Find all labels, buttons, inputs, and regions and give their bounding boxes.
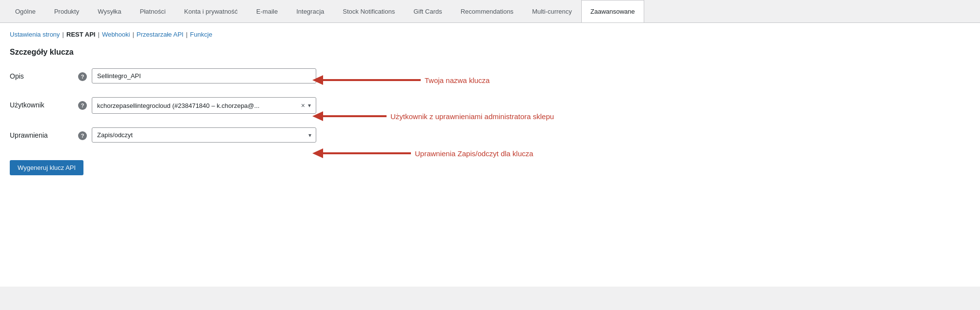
tab-zaawansowane[interactable]: Zaawansowane (581, 0, 644, 23)
help-icon-uprawnienia[interactable]: ? (78, 131, 87, 140)
tab-multicurrency[interactable]: Multi-currency (523, 0, 581, 23)
input-wrap-opis (92, 68, 316, 83)
user-select[interactable]: kchorzepasellintegrocloud (#238471840 – … (92, 97, 316, 114)
sub-nav: Ustawienia strony | REST API | Webhooki … (10, 31, 970, 38)
help-uzytkownik: ? (78, 97, 92, 110)
label-uzytkownik: Użytkownik (10, 97, 78, 109)
help-icon-uzytkownik[interactable]: ? (78, 101, 87, 110)
label-opis: Opis (10, 68, 78, 80)
sub-nav-separator: | (62, 31, 64, 38)
sub-nav-item-restapi: REST API (66, 31, 95, 38)
tab-emaile[interactable]: E-maile (247, 0, 287, 23)
arrow-head-uzytkownik (312, 111, 323, 121)
user-select-arrow-icon: ▾ (308, 102, 311, 109)
annotation-uprawnienia: Uprawnienia Zapis/odczyt dla klucza (312, 148, 533, 158)
sub-nav-item-przestarzale[interactable]: Przestarzałe API (137, 31, 184, 38)
form-row-uprawnienia: Uprawnienia ? Zapis/odczytTylko odczytTy… (10, 127, 970, 143)
button-area: Wygeneruj klucz API (10, 156, 970, 175)
help-opis: ? (78, 68, 92, 81)
sub-nav-separator: | (98, 31, 99, 38)
annotation-text-uzytkownik: Użytkownik z uprawnieniami administrator… (390, 112, 554, 121)
sub-nav-item-ustawienia[interactable]: Ustawienia strony (10, 31, 60, 38)
form-row-uzytkownik: Użytkownik ? kchorzepasellintegrocloud (… (10, 97, 970, 114)
annotation-opis: Twoja nazwa klucza (312, 75, 490, 85)
form-row-opis: Opis ? Twoja nazwa klucza (10, 68, 970, 83)
tab-integracja[interactable]: Integracja (287, 0, 333, 23)
tab-produkty[interactable]: Produkty (45, 0, 88, 23)
tab-platnosci[interactable]: Płatności (131, 0, 175, 23)
user-select-clear[interactable]: × (301, 102, 305, 109)
help-uprawnienia: ? (78, 127, 92, 140)
annotation-text-opis: Twoja nazwa klucza (425, 76, 490, 84)
sub-nav-separator: | (132, 31, 134, 38)
page-content: Ustawienia strony | REST API | Webhooki … (0, 23, 980, 287)
tab-wysylka[interactable]: Wysyłka (88, 0, 130, 23)
generate-api-key-button[interactable]: Wygeneruj klucz API (10, 160, 83, 175)
tab-recommendations[interactable]: Recommendations (451, 0, 523, 23)
tab-giftcards[interactable]: Gift Cards (404, 0, 451, 23)
tab-konta[interactable]: Konta i prywatność (175, 0, 247, 23)
tab-stock[interactable]: Stock Notifications (333, 0, 404, 23)
select-uprawnienia[interactable]: Zapis/odczytTylko odczytTylko zapis (92, 127, 316, 143)
arrow-head-opis (312, 75, 323, 85)
arrow-body-opis (323, 79, 421, 81)
sub-nav-item-webhooki[interactable]: Webhooki (102, 31, 130, 38)
user-select-text: kchorzepasellintegrocloud (#238471840 – … (97, 102, 301, 109)
arrow-body-uzytkownik (323, 115, 387, 117)
arrow-head-uprawnienia (312, 148, 323, 158)
select-wrapper-uprawnienia: Zapis/odczytTylko odczytTylko zapis ▾ (92, 127, 316, 143)
tab-ogolne[interactable]: Ogólne (6, 0, 45, 23)
sub-nav-item-funkcje[interactable]: Funkcje (190, 31, 212, 38)
section-title: Szczegóły klucza (10, 48, 970, 57)
form-area: Opis ? Twoja nazwa klucza Użytkownik ? (10, 68, 970, 143)
input-wrap-uzytkownik: kchorzepasellintegrocloud (#238471840 – … (92, 97, 316, 114)
help-icon-opis[interactable]: ? (78, 72, 87, 81)
input-opis[interactable] (92, 68, 316, 83)
arrow-body-uprawnienia (323, 152, 411, 154)
select-wrap-uprawnienia: Zapis/odczytTylko odczytTylko zapis ▾ (92, 127, 316, 143)
annotation-uzytkownik: Użytkownik z uprawnieniami administrator… (312, 111, 554, 121)
tabs-bar: OgólneProduktyWysyłkaPłatnościKonta i pr… (0, 0, 980, 23)
sub-nav-separator: | (186, 31, 187, 38)
label-uprawnienia: Uprawnienia (10, 127, 78, 139)
annotation-text-uprawnienia: Uprawnienia Zapis/odczyt dla klucza (415, 149, 533, 158)
